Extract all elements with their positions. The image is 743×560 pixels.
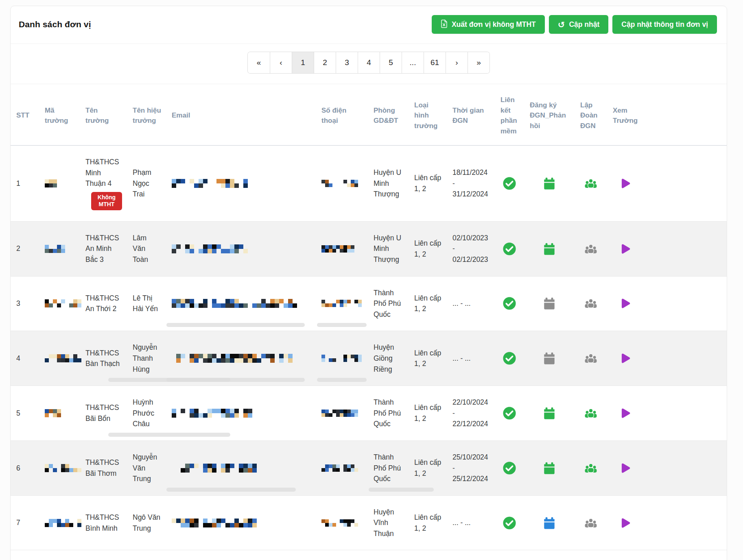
update-info-button[interactable]: Cập nhật thông tin đơn vị <box>612 15 717 34</box>
phone-redacted <box>321 464 358 472</box>
pagination: «‹12345...61›» <box>248 52 490 73</box>
school-name: TH&THCS Minh Thuận 4 <box>85 158 119 187</box>
email-redacted <box>172 354 293 363</box>
school-name: TH&THCS Bình Minh <box>85 513 119 532</box>
calendar-icon[interactable] <box>542 351 556 365</box>
excel-file-icon <box>441 20 448 29</box>
education-department: Huyện Vĩnh Thuận <box>368 496 409 550</box>
page-item-[interactable]: « <box>248 52 270 73</box>
team-icon[interactable] <box>584 461 598 475</box>
page-item-[interactable]: › <box>446 52 468 73</box>
phone-redacted <box>321 519 358 527</box>
page-item-[interactable]: ‹ <box>270 52 292 73</box>
calendar-icon[interactable] <box>542 406 556 420</box>
dgn-team-cell <box>575 231 607 267</box>
principal-name: Nguyễn Thanh Hùng <box>127 331 166 386</box>
school-name-cell: TH&THCS Bãi Thơm <box>80 446 127 490</box>
page-item-5[interactable]: 5 <box>380 52 402 73</box>
page-title: Danh sách đơn vị <box>19 20 91 29</box>
team-icon[interactable] <box>584 176 598 190</box>
page-item-2[interactable]: 2 <box>314 52 336 73</box>
page-item-61[interactable]: 61 <box>424 52 446 73</box>
play-icon[interactable] <box>618 461 632 475</box>
scrollbar-artifact <box>108 433 230 437</box>
check-icon <box>503 516 516 530</box>
column-header-so-dien-thoai: Số điện thoại <box>316 95 368 135</box>
scrollbar-artifact <box>317 323 367 327</box>
email-redacted <box>172 179 248 188</box>
software-link-cell <box>495 166 524 201</box>
education-department: Huyện U Minh Thượng <box>368 222 409 276</box>
play-icon[interactable] <box>618 296 632 310</box>
play-icon[interactable] <box>618 516 632 530</box>
export-no-mtht-button[interactable]: Xuất đơn vị không MTHT <box>432 15 545 34</box>
school-name: TH&THCS Bãi Bổn <box>85 403 119 423</box>
team-icon[interactable] <box>584 516 598 530</box>
school-code-redacted <box>45 245 65 253</box>
table-header-row: STTMã trườngTên trườngTên hiệu trưởngEma… <box>11 84 727 146</box>
play-icon[interactable] <box>618 351 632 365</box>
dgn-team-cell <box>575 450 607 486</box>
page-item-4[interactable]: 4 <box>358 52 380 73</box>
page-item-[interactable]: » <box>468 52 490 73</box>
dgn-register-cell <box>524 450 575 486</box>
school-code-cell <box>39 288 80 318</box>
school-code-redacted <box>45 299 81 307</box>
column-header-phong-gddt: Phòng GD&ĐT <box>368 95 409 135</box>
play-icon[interactable] <box>618 242 632 256</box>
check-icon <box>503 351 516 365</box>
dgn-period: ... - ... <box>447 342 495 375</box>
team-icon[interactable] <box>584 351 598 365</box>
calendar-icon[interactable] <box>542 296 556 310</box>
page-item-1[interactable]: 1 <box>292 52 314 73</box>
phone-cell <box>316 169 368 198</box>
dgn-period: ... - ... <box>447 287 495 320</box>
phone-redacted <box>321 300 362 307</box>
table-row: 4 TH&THCS Bàn Thạch Nguyễn Thanh Hùng Hu… <box>11 331 727 386</box>
calendar-icon[interactable] <box>542 516 556 530</box>
email-redacted <box>172 409 252 418</box>
phone-redacted <box>321 180 358 187</box>
email-redacted <box>172 244 248 253</box>
filler-cell <box>643 512 727 534</box>
dgn-period: 02/10/2023 - 02/12/2023 <box>447 222 495 276</box>
dgn-team-cell <box>575 395 607 431</box>
refresh-button[interactable]: ↺ Cập nhật <box>549 15 608 34</box>
column-header-stt: STT <box>11 100 39 130</box>
team-icon[interactable] <box>584 242 598 256</box>
software-link-cell <box>495 395 524 431</box>
toolbar: Xuất đơn vị không MTHT ↺ Cập nhật Cập nh… <box>432 15 717 34</box>
play-icon[interactable] <box>618 176 632 190</box>
school-type: Liên cấp 1, 2 <box>409 161 447 205</box>
table-row: 5 TH&THCS Bãi Bổn Huỳnh Phước Châu Thành… <box>11 386 727 441</box>
page-item-3[interactable]: 3 <box>336 52 358 73</box>
school-name: TH&THCS An Minh Bắc 3 <box>85 234 119 264</box>
phone-cell <box>316 344 368 373</box>
view-school-cell <box>607 285 643 321</box>
play-icon[interactable] <box>618 406 632 420</box>
column-header-xem-truong: Xem Trường <box>607 95 643 135</box>
phone-cell <box>316 508 368 538</box>
calendar-icon[interactable] <box>542 461 556 475</box>
software-link-cell <box>495 285 524 321</box>
check-icon <box>503 176 516 190</box>
dgn-period: 25/10/2024 - 25/12/2024 <box>447 441 495 495</box>
page-item-[interactable]: ... <box>402 52 424 73</box>
team-icon[interactable] <box>584 296 598 310</box>
table-row: 1 TH&THCS Minh Thuận 4 Không MTHT Phạm N… <box>11 146 727 222</box>
row-index: 4 <box>11 342 39 375</box>
software-link-cell <box>495 450 524 486</box>
email-cell <box>166 288 316 319</box>
calendar-icon[interactable] <box>542 176 556 190</box>
education-department: Thành Phố Phú Quốc <box>368 441 409 495</box>
education-department: Thành Phố Phú Quốc <box>368 386 409 440</box>
team-icon[interactable] <box>584 406 598 420</box>
school-type: Liên cấp 1, 2 <box>409 227 447 270</box>
calendar-icon[interactable] <box>542 242 556 256</box>
dgn-register-cell <box>524 505 575 541</box>
school-code-cell <box>39 508 80 538</box>
filler-cell <box>643 347 727 369</box>
school-code-redacted <box>45 409 61 417</box>
dgn-register-cell <box>524 166 575 201</box>
phone-cell <box>316 399 368 428</box>
